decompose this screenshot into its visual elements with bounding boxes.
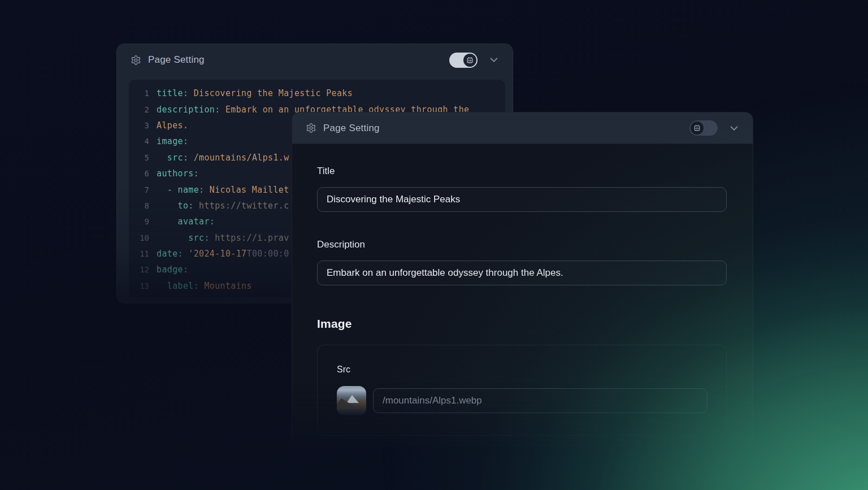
chevron-down-icon[interactable] [728, 122, 740, 135]
code-toggle-knob-icon [463, 54, 476, 67]
line-number: 8 [129, 201, 149, 210]
title-input[interactable] [317, 187, 727, 212]
panel-title: Page Setting [148, 54, 205, 66]
line-number: 12 [129, 265, 149, 274]
title-label: Title [317, 166, 335, 177]
image-settings-card: Src [317, 345, 727, 436]
src-input[interactable] [373, 388, 708, 413]
description-label: Description [317, 239, 365, 250]
code-line: 1title: Discovering the Majestic Peaks [129, 85, 505, 101]
page-setting-panel-form-view: Page Setting Title Description Image Src [292, 112, 753, 446]
line-number: 13 [129, 281, 149, 290]
line-number: 2 [129, 105, 149, 114]
panel-header: Page Setting [117, 44, 513, 76]
panel-header: Page Setting [292, 112, 753, 144]
line-number: 4 [129, 137, 149, 146]
src-label: Src [337, 365, 350, 375]
line-number: 3 [129, 121, 149, 130]
line-number: 11 [129, 249, 149, 258]
description-input[interactable] [317, 261, 727, 285]
image-thumbnail[interactable] [337, 386, 366, 415]
panel-title: Page Setting [323, 123, 380, 134]
code-view-toggle[interactable] [449, 53, 478, 68]
gear-icon [131, 55, 141, 66]
line-number: 7 [129, 185, 149, 194]
line-number: 1 [129, 89, 149, 98]
code-toggle-knob-icon [691, 122, 704, 135]
line-number: 6 [129, 169, 149, 178]
line-number: 9 [129, 217, 149, 226]
gear-icon [306, 123, 316, 133]
page-setting-form: Title Description Image Src [292, 144, 753, 446]
code-view-toggle[interactable] [689, 120, 718, 136]
image-section-heading: Image [317, 317, 352, 331]
chevron-down-icon[interactable] [488, 54, 500, 66]
line-number: 5 [129, 153, 149, 162]
line-number: 10 [129, 233, 149, 242]
